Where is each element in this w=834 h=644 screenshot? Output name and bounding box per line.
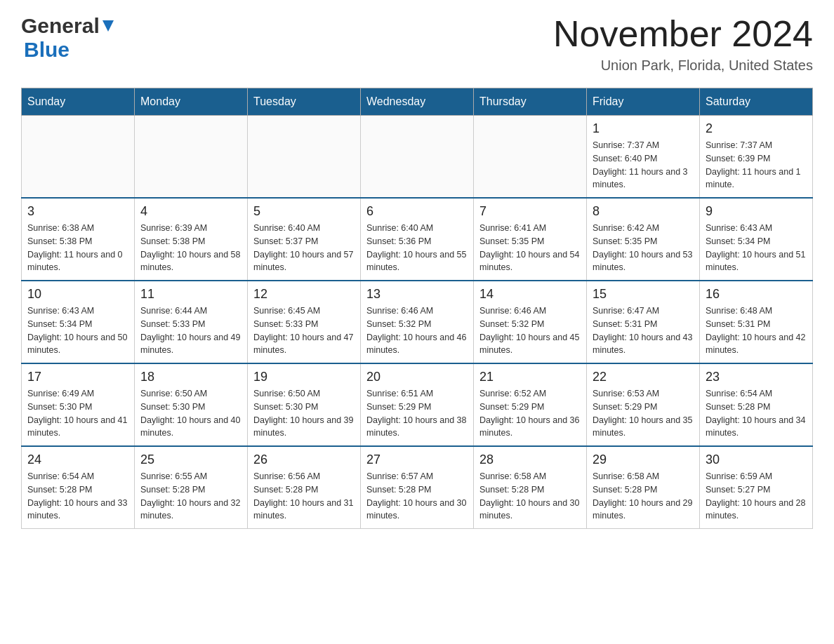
day-number: 8 xyxy=(593,204,694,219)
table-row: 12Sunrise: 6:45 AMSunset: 5:33 PMDayligh… xyxy=(248,281,361,363)
day-number: 18 xyxy=(140,370,241,384)
day-info: Sunrise: 6:42 AMSunset: 5:35 PMDaylight:… xyxy=(593,222,694,274)
day-number: 4 xyxy=(140,204,241,219)
col-sunday: Sunday xyxy=(22,88,135,116)
day-number: 21 xyxy=(479,370,581,384)
day-info: Sunrise: 7:37 AMSunset: 6:39 PMDaylight:… xyxy=(706,139,807,192)
table-row: 7Sunrise: 6:41 AMSunset: 5:35 PMDaylight… xyxy=(474,198,587,281)
day-info: Sunrise: 6:38 AMSunset: 5:38 PMDaylight:… xyxy=(27,222,128,274)
day-number: 26 xyxy=(253,452,355,467)
day-info: Sunrise: 6:47 AMSunset: 5:31 PMDaylight:… xyxy=(593,304,694,357)
calendar-week-row: 3Sunrise: 6:38 AMSunset: 5:38 PMDaylight… xyxy=(22,198,813,281)
table-row: 28Sunrise: 6:58 AMSunset: 5:28 PMDayligh… xyxy=(474,446,587,529)
day-info: Sunrise: 6:51 AMSunset: 5:29 PMDaylight:… xyxy=(366,387,468,440)
day-info: Sunrise: 6:50 AMSunset: 5:30 PMDaylight:… xyxy=(140,387,241,440)
day-info: Sunrise: 7:37 AMSunset: 6:40 PMDaylight:… xyxy=(593,139,694,192)
day-number: 12 xyxy=(253,287,355,302)
day-number: 24 xyxy=(27,452,128,467)
calendar-week-row: 10Sunrise: 6:43 AMSunset: 5:34 PMDayligh… xyxy=(22,281,813,363)
logo-triangle-icon xyxy=(102,20,114,34)
day-info: Sunrise: 6:40 AMSunset: 5:36 PMDaylight:… xyxy=(366,222,468,274)
day-info: Sunrise: 6:50 AMSunset: 5:30 PMDaylight:… xyxy=(253,387,355,440)
table-row: 13Sunrise: 6:46 AMSunset: 5:32 PMDayligh… xyxy=(361,281,474,363)
table-row: 9Sunrise: 6:43 AMSunset: 5:34 PMDaylight… xyxy=(700,198,813,281)
calendar-title: November 2024 xyxy=(553,14,813,54)
table-row: 17Sunrise: 6:49 AMSunset: 5:30 PMDayligh… xyxy=(22,363,135,446)
table-row: 14Sunrise: 6:46 AMSunset: 5:32 PMDayligh… xyxy=(474,281,587,363)
day-info: Sunrise: 6:53 AMSunset: 5:29 PMDaylight:… xyxy=(593,387,694,440)
day-number: 23 xyxy=(706,370,807,384)
day-info: Sunrise: 6:56 AMSunset: 5:28 PMDaylight:… xyxy=(253,470,355,523)
calendar-table: Sunday Monday Tuesday Wednesday Thursday… xyxy=(21,88,813,529)
table-row: 10Sunrise: 6:43 AMSunset: 5:34 PMDayligh… xyxy=(22,281,135,363)
table-row: 25Sunrise: 6:55 AMSunset: 5:28 PMDayligh… xyxy=(135,446,248,529)
day-number: 25 xyxy=(140,452,241,467)
table-row xyxy=(135,116,248,199)
table-row xyxy=(361,116,474,199)
day-info: Sunrise: 6:58 AMSunset: 5:28 PMDaylight:… xyxy=(479,470,581,523)
day-number: 14 xyxy=(479,287,581,302)
day-number: 2 xyxy=(706,121,807,136)
table-row: 15Sunrise: 6:47 AMSunset: 5:31 PMDayligh… xyxy=(587,281,700,363)
table-row: 21Sunrise: 6:52 AMSunset: 5:29 PMDayligh… xyxy=(474,363,587,446)
table-row: 26Sunrise: 6:56 AMSunset: 5:28 PMDayligh… xyxy=(248,446,361,529)
logo-general-text: General xyxy=(21,14,100,38)
table-row: 29Sunrise: 6:58 AMSunset: 5:28 PMDayligh… xyxy=(587,446,700,529)
calendar-subtitle: Union Park, Florida, United States xyxy=(553,58,813,74)
day-info: Sunrise: 6:52 AMSunset: 5:29 PMDaylight:… xyxy=(479,387,581,440)
table-row: 18Sunrise: 6:50 AMSunset: 5:30 PMDayligh… xyxy=(135,363,248,446)
day-number: 30 xyxy=(706,452,807,467)
table-row xyxy=(248,116,361,199)
table-row: 8Sunrise: 6:42 AMSunset: 5:35 PMDaylight… xyxy=(587,198,700,281)
title-section: November 2024 Union Park, Florida, Unite… xyxy=(553,14,813,74)
day-number: 5 xyxy=(253,204,355,219)
day-info: Sunrise: 6:46 AMSunset: 5:32 PMDaylight:… xyxy=(479,304,581,357)
logo-blue-text: Blue xyxy=(24,38,70,62)
day-number: 10 xyxy=(27,287,128,302)
calendar-week-row: 1Sunrise: 7:37 AMSunset: 6:40 PMDaylight… xyxy=(22,116,813,199)
page-header: General Blue November 2024 Union Park, F… xyxy=(21,14,813,74)
day-number: 19 xyxy=(253,370,355,384)
day-info: Sunrise: 6:41 AMSunset: 5:35 PMDaylight:… xyxy=(479,222,581,274)
day-info: Sunrise: 6:49 AMSunset: 5:30 PMDaylight:… xyxy=(27,387,128,440)
table-row: 4Sunrise: 6:39 AMSunset: 5:38 PMDaylight… xyxy=(135,198,248,281)
day-info: Sunrise: 6:45 AMSunset: 5:33 PMDaylight:… xyxy=(253,304,355,357)
col-wednesday: Wednesday xyxy=(361,88,474,116)
col-tuesday: Tuesday xyxy=(248,88,361,116)
day-number: 17 xyxy=(27,370,128,384)
day-number: 15 xyxy=(593,287,694,302)
table-row: 1Sunrise: 7:37 AMSunset: 6:40 PMDaylight… xyxy=(587,116,700,199)
table-row xyxy=(22,116,135,199)
col-saturday: Saturday xyxy=(700,88,813,116)
table-row: 24Sunrise: 6:54 AMSunset: 5:28 PMDayligh… xyxy=(22,446,135,529)
col-monday: Monday xyxy=(135,88,248,116)
day-number: 11 xyxy=(140,287,241,302)
table-row xyxy=(474,116,587,199)
table-row: 30Sunrise: 6:59 AMSunset: 5:27 PMDayligh… xyxy=(700,446,813,529)
day-info: Sunrise: 6:55 AMSunset: 5:28 PMDaylight:… xyxy=(140,470,241,523)
day-info: Sunrise: 6:46 AMSunset: 5:32 PMDaylight:… xyxy=(366,304,468,357)
day-info: Sunrise: 6:43 AMSunset: 5:34 PMDaylight:… xyxy=(27,304,128,357)
table-row: 5Sunrise: 6:40 AMSunset: 5:37 PMDaylight… xyxy=(248,198,361,281)
table-row: 3Sunrise: 6:38 AMSunset: 5:38 PMDaylight… xyxy=(22,198,135,281)
logo: General Blue xyxy=(21,14,114,62)
day-info: Sunrise: 6:54 AMSunset: 5:28 PMDaylight:… xyxy=(706,387,807,440)
calendar-week-row: 24Sunrise: 6:54 AMSunset: 5:28 PMDayligh… xyxy=(22,446,813,529)
calendar-header-row: Sunday Monday Tuesday Wednesday Thursday… xyxy=(22,88,813,116)
day-info: Sunrise: 6:58 AMSunset: 5:28 PMDaylight:… xyxy=(593,470,694,523)
table-row: 23Sunrise: 6:54 AMSunset: 5:28 PMDayligh… xyxy=(700,363,813,446)
day-number: 20 xyxy=(366,370,468,384)
day-number: 7 xyxy=(479,204,581,219)
svg-marker-0 xyxy=(102,20,114,32)
day-info: Sunrise: 6:48 AMSunset: 5:31 PMDaylight:… xyxy=(706,304,807,357)
day-number: 27 xyxy=(366,452,468,467)
day-info: Sunrise: 6:43 AMSunset: 5:34 PMDaylight:… xyxy=(706,222,807,274)
day-info: Sunrise: 6:54 AMSunset: 5:28 PMDaylight:… xyxy=(27,470,128,523)
table-row: 27Sunrise: 6:57 AMSunset: 5:28 PMDayligh… xyxy=(361,446,474,529)
table-row: 20Sunrise: 6:51 AMSunset: 5:29 PMDayligh… xyxy=(361,363,474,446)
calendar-week-row: 17Sunrise: 6:49 AMSunset: 5:30 PMDayligh… xyxy=(22,363,813,446)
day-number: 1 xyxy=(593,121,694,136)
day-info: Sunrise: 6:40 AMSunset: 5:37 PMDaylight:… xyxy=(253,222,355,274)
day-info: Sunrise: 6:44 AMSunset: 5:33 PMDaylight:… xyxy=(140,304,241,357)
day-info: Sunrise: 6:57 AMSunset: 5:28 PMDaylight:… xyxy=(366,470,468,523)
